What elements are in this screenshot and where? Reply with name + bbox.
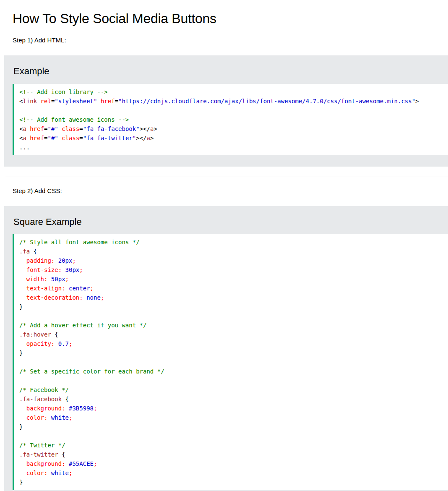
code-line [19, 431, 448, 441]
code-line: color: white; [19, 413, 448, 422]
code-line: font-size: 30px; [19, 265, 448, 274]
code-line: } [19, 302, 448, 311]
code-line [19, 358, 448, 367]
code-line: text-decoration: none; [19, 293, 448, 302]
code-line [19, 376, 448, 385]
example-panel-html: Example <!-- Add icon library --><link r… [4, 55, 448, 166]
step-1-instruction: Step 1) Add HTML: [13, 36, 448, 44]
code-line: /* Twitter */ [19, 441, 448, 450]
code-block-html: <!-- Add icon library --><link rel="styl… [13, 84, 448, 155]
code-line: <!-- Add font awesome icons --> [19, 115, 448, 124]
code-block-css: /* Style all font awesome icons */.fa { … [13, 234, 448, 490]
example-panel-css: Square Example /* Style all font awesome… [4, 206, 448, 491]
code-line: .fa:hover { [19, 330, 448, 339]
code-line: /* Add a hover effect if you want */ [19, 321, 448, 330]
code-line: ... [19, 143, 448, 152]
code-line: opacity: 0.7; [19, 339, 448, 348]
code-line: background: #55ACEE; [19, 459, 448, 468]
example-heading-css: Square Example [13, 217, 448, 227]
code-line: color: white; [19, 468, 448, 478]
code-line: /* Set a specific color for each brand *… [19, 367, 448, 376]
code-line: padding: 20px; [19, 256, 448, 265]
code-line: background: #3B5998; [19, 404, 448, 413]
code-line: <!-- Add icon library --> [19, 87, 448, 97]
step-2-instruction: Step 2) Add CSS: [13, 186, 448, 195]
code-line: /* Facebook */ [19, 385, 448, 394]
code-line [19, 106, 448, 115]
tutorial-page: How To Style Social Media Buttons Step 1… [0, 10, 448, 491]
section-divider [5, 177, 448, 177]
code-line: .fa { [19, 247, 448, 256]
code-line: <link rel="stylesheet" href="https://cdn… [19, 97, 448, 106]
code-line: } [19, 348, 448, 358]
code-line: <a href="#" class="fa fa-twitter"></a> [19, 133, 448, 143]
code-line: text-align: center; [19, 284, 448, 293]
code-line: .fa-twitter { [19, 450, 448, 459]
page-title: How To Style Social Media Buttons [13, 10, 448, 26]
code-line: .fa-facebook { [19, 394, 448, 404]
code-line: width: 50px; [19, 274, 448, 284]
example-heading-html: Example [13, 66, 448, 77]
code-line: <a href="#" class="fa fa-facebook"></a> [19, 124, 448, 133]
code-line: /* Style all font awesome icons */ [19, 238, 448, 247]
code-line: } [19, 478, 448, 487]
code-line [19, 311, 448, 321]
code-line: } [19, 422, 448, 431]
